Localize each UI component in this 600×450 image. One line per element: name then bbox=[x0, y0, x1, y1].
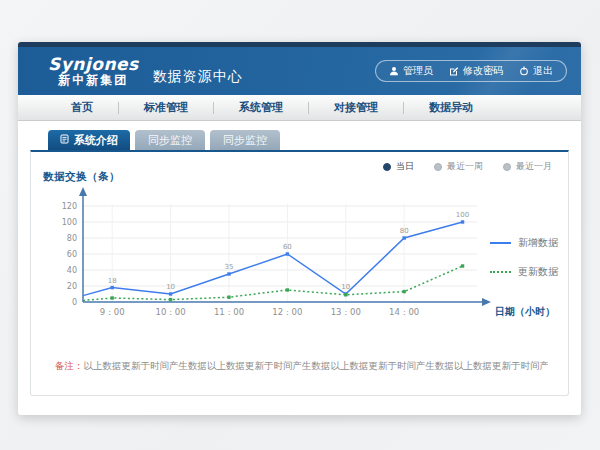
svg-text:10: 10 bbox=[166, 283, 175, 291]
svg-text:9：00: 9：00 bbox=[100, 307, 125, 317]
svg-text:10: 10 bbox=[341, 283, 350, 291]
tab-sync-monitor-2[interactable]: 同步监控 bbox=[210, 130, 280, 150]
svg-text:40: 40 bbox=[67, 266, 77, 275]
solid-line-swatch bbox=[490, 242, 511, 244]
radio-icon bbox=[383, 163, 391, 171]
app-header: Synjones 新中新集团 数据资源中心 管理员 修改密码 bbox=[18, 47, 581, 95]
user-icon bbox=[389, 66, 399, 76]
footnote-prefix: 备注： bbox=[55, 360, 84, 371]
nav-item-home[interactable]: 首页 bbox=[46, 100, 118, 115]
footnote: 备注：以上数据更新于时间产生数据以上数据更新于时间产生数据以上数据更新于时间产生… bbox=[55, 360, 548, 373]
radio-icon bbox=[503, 163, 511, 171]
user-controls: 管理员 修改密码 退出 bbox=[375, 60, 567, 82]
tab-label: 系统介绍 bbox=[74, 133, 118, 148]
company-logo: Synjones 新中新集团 bbox=[48, 55, 139, 87]
radio-label: 最近一月 bbox=[516, 160, 552, 173]
chart-panel: 当日 最近一周 最近一月 数据交换（条） 0204060801001209：00… bbox=[30, 150, 569, 396]
legend-item-updated-data: 更新数据 bbox=[490, 265, 558, 279]
logout-label: 退出 bbox=[533, 64, 553, 78]
logout-button[interactable]: 退出 bbox=[519, 64, 553, 78]
dotted-line-swatch bbox=[490, 271, 511, 273]
tab-system-intro[interactable]: 系统介绍 bbox=[48, 130, 130, 150]
desktop-background: Synjones 新中新集团 数据资源中心 管理员 修改密码 bbox=[0, 0, 600, 450]
y-axis-title: 数据交换（条） bbox=[43, 170, 120, 184]
svg-text:35: 35 bbox=[225, 263, 234, 271]
app-window: Synjones 新中新集团 数据资源中心 管理员 修改密码 bbox=[18, 42, 581, 415]
svg-text:80: 80 bbox=[400, 227, 409, 235]
chart-legend: 新增数据 更新数据 bbox=[490, 236, 558, 279]
legend-item-new-data: 新增数据 bbox=[490, 236, 558, 250]
nav-item-data-change[interactable]: 数据异动 bbox=[404, 100, 498, 115]
page-title: 数据资源中心 bbox=[153, 68, 243, 86]
nav-item-system-management[interactable]: 系统管理 bbox=[214, 100, 308, 115]
svg-text:80: 80 bbox=[67, 234, 77, 243]
svg-text:0: 0 bbox=[72, 298, 77, 307]
document-icon bbox=[60, 134, 69, 147]
svg-text:11：00: 11：00 bbox=[214, 307, 244, 317]
svg-text:日期（小时）: 日期（小时） bbox=[495, 306, 555, 317]
footnote-text: 以上数据更新于时间产生数据以上数据更新于时间产生数据以上数据更新于时间产生数据以… bbox=[84, 360, 549, 371]
tab-bar: 系统介绍 同步监控 同步监控 bbox=[48, 129, 569, 150]
logo-company-name: 新中新集团 bbox=[48, 74, 139, 87]
tab-sync-monitor-1[interactable]: 同步监控 bbox=[135, 130, 205, 150]
svg-text:10：00: 10：00 bbox=[156, 307, 186, 317]
nav-item-interface-management[interactable]: 对接管理 bbox=[309, 100, 403, 115]
radio-option-today[interactable]: 当日 bbox=[383, 160, 414, 173]
nav-item-standard-management[interactable]: 标准管理 bbox=[119, 100, 213, 115]
svg-text:60: 60 bbox=[67, 250, 77, 259]
radio-option-last-week[interactable]: 最近一周 bbox=[434, 160, 483, 173]
radio-label: 当日 bbox=[396, 160, 414, 173]
power-icon bbox=[519, 66, 529, 76]
legend-label: 新增数据 bbox=[518, 236, 558, 250]
svg-text:14：00: 14：00 bbox=[389, 307, 419, 317]
svg-text:100: 100 bbox=[62, 218, 77, 227]
logo-brand-text: Synjones bbox=[48, 55, 139, 74]
svg-text:100: 100 bbox=[456, 211, 469, 219]
content-area: 系统介绍 同步监控 同步监控 当日 最近一周 bbox=[18, 121, 581, 396]
svg-text:20: 20 bbox=[67, 282, 77, 291]
radio-label: 最近一周 bbox=[447, 160, 483, 173]
svg-text:12：00: 12：00 bbox=[272, 307, 302, 317]
legend-label: 更新数据 bbox=[518, 265, 558, 279]
svg-text:18: 18 bbox=[108, 277, 117, 285]
current-user[interactable]: 管理员 bbox=[389, 64, 433, 78]
radio-icon bbox=[434, 163, 442, 171]
line-chart: 0204060801001209：0010：0011：0012：0013：001… bbox=[43, 184, 567, 324]
svg-text:120: 120 bbox=[62, 202, 77, 211]
radio-option-last-month[interactable]: 最近一月 bbox=[503, 160, 552, 173]
tab-label: 同步监控 bbox=[223, 133, 267, 148]
edit-icon bbox=[449, 66, 459, 76]
change-password-button[interactable]: 修改密码 bbox=[449, 64, 503, 78]
tab-label: 同步监控 bbox=[148, 133, 192, 148]
svg-text:13：00: 13：00 bbox=[331, 307, 361, 317]
change-password-label: 修改密码 bbox=[463, 64, 503, 78]
user-name-label: 管理员 bbox=[403, 64, 433, 78]
main-nav: 首页 标准管理 系统管理 对接管理 数据异动 bbox=[18, 95, 581, 121]
svg-text:60: 60 bbox=[283, 243, 292, 251]
time-range-filter: 当日 最近一周 最近一月 bbox=[383, 160, 552, 173]
